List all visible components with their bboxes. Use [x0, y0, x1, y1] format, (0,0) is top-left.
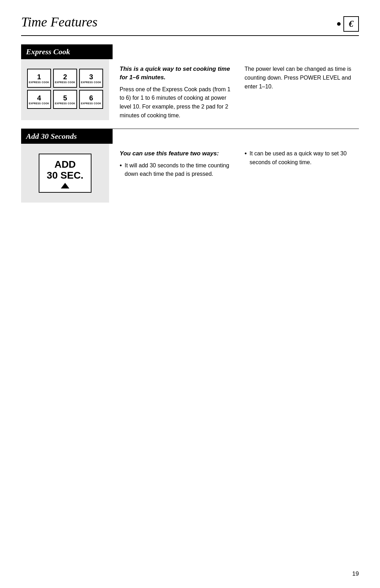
add30-lead: You can use this feature two ways: [120, 149, 234, 158]
add30-header: Add 30 Seconds [21, 129, 359, 144]
page-title: Time Features [21, 14, 97, 30]
keypad-btn-3: 3 EXPRESS COOK [79, 69, 103, 88]
express-cook-text-content: This is a quick way to set cooking time … [120, 59, 359, 120]
keypad-btn-1: 1 EXPRESS COOK [27, 69, 51, 88]
page-container: Time Features € Express Cook 1 EXPRESS C… [0, 0, 380, 232]
add30-button-container: ADD 30 SEC. [21, 144, 109, 203]
keypad-btn-2: 2 EXPRESS COOK [53, 69, 77, 88]
express-cook-left-col: This is a quick way to set cooking time … [120, 65, 234, 120]
express-cook-section: Express Cook 1 EXPRESS COOK 2 EXPRESS CO… [21, 44, 359, 129]
ge-logo-icon: € [343, 16, 359, 32]
add30-section: Add 30 Seconds ADD 30 SEC. You can use t… [21, 129, 359, 211]
add30-btn-text-add: ADD [55, 159, 76, 170]
express-cook-side-text: The power level can be changed as time i… [245, 66, 351, 89]
add30-bullet2-text: It can be used as a quick way to set 30 … [249, 149, 359, 167]
keypad-btn-6: 6 EXPRESS COOK [79, 90, 103, 109]
express-cook-body: Press one of the Express Cook pads (from… [120, 86, 230, 118]
add30-bullet2-item: • It can be used as a quick way to set 3… [245, 149, 359, 167]
page-header: Time Features € [21, 14, 359, 36]
keypad-container: 1 EXPRESS COOK 2 EXPRESS COOK 3 EXPRESS … [21, 59, 109, 120]
express-cook-heading: Express Cook [21, 44, 113, 59]
bullet1-dot-icon: • [120, 161, 122, 171]
express-cook-lead: This is a quick way to set cooking time … [120, 65, 234, 82]
keypad-grid: 1 EXPRESS COOK 2 EXPRESS COOK 3 EXPRESS … [27, 69, 103, 109]
page-number: 19 [352, 570, 359, 577]
keypad-btn-4: 4 EXPRESS COOK [27, 90, 51, 109]
dot-icon [337, 22, 341, 26]
bullet2-dot-icon: • [245, 149, 247, 159]
header-icons: € [337, 16, 359, 32]
express-cook-content: 1 EXPRESS COOK 2 EXPRESS COOK 3 EXPRESS … [21, 59, 359, 129]
express-cook-right-col: The power level can be changed as time i… [245, 65, 359, 120]
add30-btn-text-sec: 30 SEC. [47, 170, 83, 181]
add30-left-col: You can use this feature two ways: • It … [120, 149, 234, 203]
add30-right-col: • It can be used as a quick way to set 3… [245, 149, 359, 203]
add30-heading: Add 30 Seconds [21, 129, 113, 144]
add30-content: ADD 30 SEC. You can use this feature two… [21, 144, 359, 211]
keypad-btn-5: 5 EXPRESS COOK [53, 90, 77, 109]
add30-bullet1-text: It will add 30 seconds to the time count… [125, 161, 234, 179]
add30-text-content: You can use this feature two ways: • It … [120, 144, 359, 203]
add30-button-illustration: ADD 30 SEC. [39, 154, 91, 193]
express-cook-header: Express Cook [21, 44, 359, 59]
add30-arrow-up-icon [61, 183, 69, 188]
add30-bullet1-item: • It will add 30 seconds to the time cou… [120, 161, 234, 179]
